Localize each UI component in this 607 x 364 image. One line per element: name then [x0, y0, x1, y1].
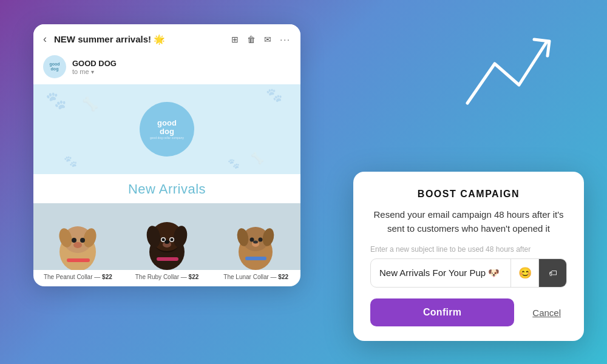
modal-title: BOOST CAMPAIGN [370, 189, 567, 200]
peanut-dog-icon [52, 206, 104, 270]
subject-input[interactable] [371, 261, 510, 286]
trend-arrow-icon [461, 24, 558, 121]
tag-icon: 🏷 [549, 268, 557, 278]
product-ruby: The Ruby Collar — $22 [123, 203, 212, 286]
sender-row: gooddog GOOD DOG to me ▾ [33, 52, 300, 84]
svg-point-5 [80, 238, 85, 243]
svg-point-15 [161, 238, 164, 241]
svg-point-24 [250, 238, 254, 242]
brand-logo: gooddog good dog collar company [140, 102, 194, 157]
modal-description: Resend your email campaign 48 hours afte… [370, 208, 567, 235]
sender-to: to me ▾ [72, 68, 117, 75]
product-peanut-image [33, 203, 123, 270]
svg-point-16 [170, 238, 173, 241]
emoji-button[interactable]: 😊 [510, 259, 538, 287]
product-peanut-label: The Peanut Collar — $22 [44, 274, 112, 280]
ruby-dog-icon [141, 206, 193, 270]
boost-modal: BOOST CAMPAIGN Resend your email campaig… [353, 172, 584, 341]
svg-point-18 [164, 240, 169, 244]
add-to-folder-icon[interactable]: ⊞ [231, 35, 239, 44]
product-peanut: The Peanut Collar — $22 [33, 203, 123, 286]
modal-buttons: Confirm Cancel [370, 298, 567, 326]
modal-sublabel: Enter a new subject line to be used 48 h… [370, 245, 567, 254]
delete-icon[interactable]: 🗑 [247, 35, 256, 44]
svg-point-4 [72, 238, 76, 243]
confirm-button[interactable]: Confirm [370, 298, 514, 326]
sender-info: GOOD DOG to me ▾ [72, 59, 117, 75]
svg-point-25 [259, 238, 263, 242]
svg-point-6 [73, 242, 82, 248]
subject-input-container: 😊 🏷 [370, 258, 567, 288]
products-row: The Peanut Collar — $22 [33, 203, 300, 286]
svg-point-27 [253, 241, 258, 244]
mail-icon[interactable]: ✉ [264, 35, 271, 44]
emoji-icon: 😊 [518, 266, 532, 280]
svg-rect-28 [245, 257, 266, 260]
email-subject: NEW summer arrivals! 🌟 [54, 34, 226, 45]
email-header: ‹ NEW summer arrivals! 🌟 ⊞ 🗑 ✉ ··· [33, 24, 300, 52]
sender-name: GOOD DOG [72, 59, 117, 68]
product-lunar-image [211, 203, 300, 270]
product-lunar-label: The Lunar Collar — $22 [223, 274, 288, 280]
svg-rect-7 [67, 258, 90, 262]
email-action-buttons: ⊞ 🗑 ✉ ··· [231, 35, 291, 44]
lunar-dog-icon [230, 206, 282, 270]
tag-button[interactable]: 🏷 [538, 259, 566, 287]
product-ruby-image [123, 203, 212, 270]
email-card: ‹ NEW summer arrivals! 🌟 ⊞ 🗑 ✉ ··· goodd… [33, 24, 300, 286]
product-ruby-label: The Ruby Collar — $22 [135, 274, 199, 280]
back-button[interactable]: ‹ [43, 33, 47, 46]
cancel-button[interactable]: Cancel [526, 308, 567, 318]
product-lunar: The Lunar Collar — $22 [211, 203, 300, 286]
more-options-icon[interactable]: ··· [280, 35, 291, 44]
avatar: gooddog [43, 55, 66, 78]
email-banner: 🐾 🐾 🐾 🦴 🦴 🐾 gooddog good dog collar comp… [33, 84, 300, 174]
svg-rect-19 [157, 257, 178, 261]
new-arrivals-title: New Arrivals [33, 174, 300, 203]
